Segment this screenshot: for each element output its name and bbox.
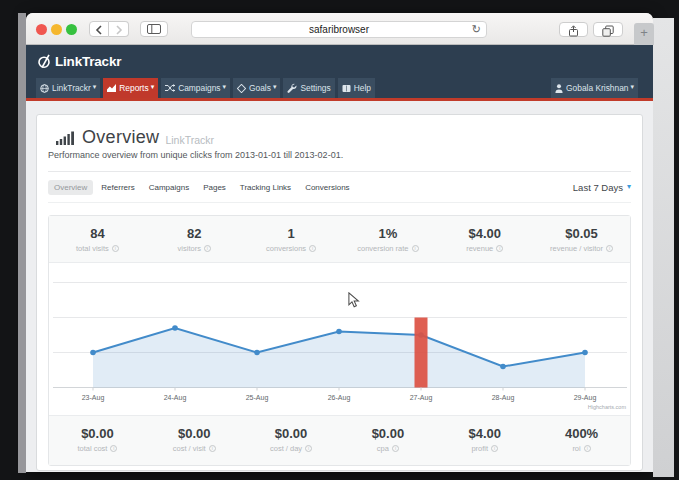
stat-total-visits: 84 total visits xyxy=(49,216,146,262)
brand-logo[interactable]: LinkTrackr xyxy=(37,54,121,69)
stat-value: 1% xyxy=(339,226,436,241)
svg-text:24-Aug: 24-Aug xyxy=(164,394,187,402)
tab-conversions[interactable]: Conversions xyxy=(299,180,355,195)
stat-value: $0.00 xyxy=(339,426,436,441)
show-tabs-button[interactable] xyxy=(593,22,623,37)
shuffle-icon xyxy=(165,84,175,92)
stat-revenue: $4.00 revenue xyxy=(436,216,533,262)
stat-label: cost / visit xyxy=(173,444,206,453)
tab-tracking-links[interactable]: Tracking Links xyxy=(234,180,297,195)
svg-text:26-Aug: 26-Aug xyxy=(328,394,351,402)
sidebar-icon xyxy=(147,24,161,34)
brand-name: LinkTrackr xyxy=(55,54,121,69)
stat-visitors: 82 visitors xyxy=(146,216,243,262)
back-button[interactable] xyxy=(89,21,109,37)
svg-text:23-Aug: 23-Aug xyxy=(82,394,105,402)
share-button[interactable] xyxy=(559,22,588,37)
stat-label: visitors xyxy=(178,244,201,253)
stats-row-bottom: $0.00 total cost $0.00 cost / visit $0.0… xyxy=(49,415,630,465)
info-icon[interactable] xyxy=(606,245,613,252)
stat-label: total visits xyxy=(76,244,109,253)
stat-label: roi xyxy=(572,444,580,453)
new-tab-button[interactable] xyxy=(634,23,654,45)
chevron-right-icon xyxy=(115,25,123,35)
stat-value: $0.00 xyxy=(146,426,243,441)
tab-referrers[interactable]: Referrers xyxy=(95,180,140,195)
browser-window: safaribrowser LinkTrackr xyxy=(26,13,653,472)
caret-down-icon xyxy=(273,83,277,91)
stat-revenue-visitor: $0.05 revenue / visitor xyxy=(533,216,630,262)
forward-button[interactable] xyxy=(109,21,129,37)
sidebar-toggle-button[interactable] xyxy=(140,21,168,37)
info-icon[interactable] xyxy=(584,445,591,452)
stat-label: conversion rate xyxy=(357,244,408,253)
menu-label: Campaigns xyxy=(178,83,220,93)
menu-item-settings[interactable]: Settings xyxy=(283,78,334,98)
stat-value: $4.00 xyxy=(436,226,533,241)
menu-item-goals[interactable]: Goals xyxy=(233,78,280,98)
stat-value: 400% xyxy=(533,426,630,441)
caret-down-icon xyxy=(630,83,634,91)
user-menu[interactable]: Gobala Krishnan xyxy=(551,78,638,98)
reload-icon[interactable] xyxy=(472,22,481,37)
svg-text:Highcharts.com: Highcharts.com xyxy=(588,404,627,410)
info-icon[interactable] xyxy=(412,245,419,252)
stat-label: revenue / visitor xyxy=(550,244,603,253)
svg-text:28-Aug: 28-Aug xyxy=(492,394,515,402)
tab-overview[interactable]: Overview xyxy=(48,180,93,195)
stat-conversions: 1 conversions xyxy=(243,216,340,262)
info-icon[interactable] xyxy=(392,445,399,452)
menu-label: Goals xyxy=(249,83,271,93)
bar-chart-icon xyxy=(56,131,77,145)
caret-down-icon xyxy=(627,182,631,191)
area-chart-icon xyxy=(107,84,116,92)
stat-value: 1 xyxy=(243,226,340,241)
info-icon[interactable] xyxy=(110,445,117,452)
background-window-edge-left xyxy=(18,13,26,473)
background-window-edge-right xyxy=(653,18,674,477)
menu-label: Reports xyxy=(119,83,148,93)
date-range-selector[interactable]: Last 7 Days xyxy=(573,182,631,193)
menu-item-reports[interactable]: Reports xyxy=(103,78,158,98)
stat-value: $0.00 xyxy=(243,426,340,441)
person-icon xyxy=(555,84,563,93)
menu-label: Help xyxy=(354,83,371,93)
stat-profit: $4.00 profit xyxy=(436,416,533,465)
tabs-icon xyxy=(602,25,614,37)
tab-campaigns[interactable]: Campaigns xyxy=(143,180,195,195)
linktrackr-logo-icon xyxy=(37,54,52,69)
tab-pages[interactable]: Pages xyxy=(197,180,232,195)
menu-item-help[interactable]: Help xyxy=(338,78,375,98)
area-chart: 23-Aug24-Aug25-Aug26-Aug27-Aug28-Aug29-A… xyxy=(49,263,632,415)
info-icon[interactable] xyxy=(496,245,503,252)
close-window-button[interactable] xyxy=(36,24,47,35)
date-range-label: Last 7 Days xyxy=(573,182,623,193)
info-icon[interactable] xyxy=(491,445,498,452)
report-tabs: Overview Referrers Campaigns Pages Track… xyxy=(48,172,631,203)
svg-text:27-Aug: 27-Aug xyxy=(410,394,433,402)
stat-label: cpa xyxy=(377,444,389,453)
minimize-window-button[interactable] xyxy=(51,24,62,35)
browser-toolbar: safaribrowser xyxy=(26,13,653,45)
page-header: Overview LinkTrackr Performance overview… xyxy=(48,115,631,172)
content-card: Overview LinkTrackr Performance overview… xyxy=(36,114,643,471)
menu-item-linktrackr[interactable]: LinkTrackr xyxy=(36,78,100,98)
zoom-window-button[interactable] xyxy=(66,24,77,35)
info-icon[interactable] xyxy=(305,445,312,452)
stats-row-top: 84 total visits 82 visitors 1 conversion… xyxy=(49,216,630,263)
caret-down-icon xyxy=(151,83,155,91)
page-title-suffix: LinkTrackr xyxy=(165,134,214,146)
menu-label: LinkTrackr xyxy=(52,83,91,93)
info-icon[interactable] xyxy=(209,445,216,452)
stat-total-cost: $0.00 total cost xyxy=(49,416,146,465)
stat-value: $0.05 xyxy=(533,226,630,241)
stat-conversion-rate: 1% conversion rate xyxy=(339,216,436,262)
menu-item-campaigns[interactable]: Campaigns xyxy=(161,78,230,98)
book-icon xyxy=(342,84,351,93)
info-icon[interactable] xyxy=(112,245,119,252)
info-icon[interactable] xyxy=(309,245,316,252)
address-bar[interactable]: safaribrowser xyxy=(191,21,487,38)
info-icon[interactable] xyxy=(204,245,211,252)
main-menu: LinkTrackr Reports Campaigns Goals xyxy=(26,78,653,98)
stat-cost-day: $0.00 cost / day xyxy=(243,416,340,465)
